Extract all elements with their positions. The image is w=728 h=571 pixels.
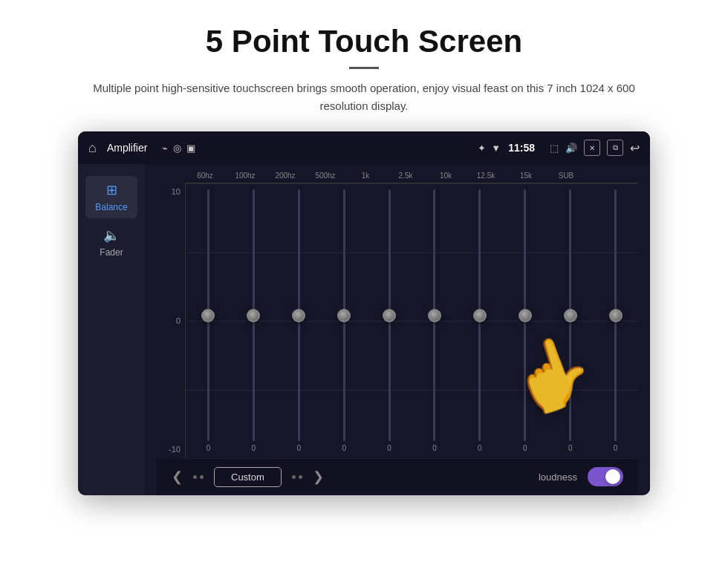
image-icon: ▣ bbox=[186, 143, 195, 154]
status-right-icons: ⬚ 🔊 ✕ ⧉ ↩ bbox=[550, 140, 640, 156]
freq-2-5k: 2.5k bbox=[386, 172, 426, 180]
dot-4 bbox=[299, 475, 302, 479]
dot-2 bbox=[200, 475, 204, 479]
status-icons-center: ✦ ▼ bbox=[478, 143, 501, 154]
main-area: ⊞ Balance 🔈 Fader 60hz 100hz 200hz 500hz… bbox=[78, 164, 650, 495]
knob-1k[interactable] bbox=[383, 309, 396, 322]
slider-200hz[interactable]: 0 bbox=[276, 183, 322, 458]
balance-icon: ⊞ bbox=[106, 182, 117, 198]
val-1k: 0 bbox=[387, 444, 391, 452]
loudness-label: loudness bbox=[539, 472, 577, 483]
title-divider bbox=[349, 67, 379, 69]
knob-60hz[interactable] bbox=[201, 309, 215, 322]
wifi-icon: ▼ bbox=[491, 143, 501, 154]
slider-100hz[interactable]: 0 bbox=[231, 183, 276, 458]
scale-neg10: -10 bbox=[169, 445, 185, 454]
val-10k: 0 bbox=[478, 444, 482, 452]
knob-200hz[interactable] bbox=[292, 309, 305, 322]
freq-1k: 1k bbox=[345, 172, 386, 180]
slider-60hz[interactable]: 0 bbox=[186, 183, 231, 458]
scale-0: 0 bbox=[176, 316, 185, 325]
slider-12-5k[interactable]: 0 bbox=[502, 183, 547, 458]
val-15k: 0 bbox=[568, 444, 573, 452]
freq-500hz: 500hz bbox=[305, 172, 345, 180]
val-100hz: 0 bbox=[252, 444, 256, 452]
next-arrow[interactable]: ❯ bbox=[313, 469, 324, 485]
eq-bottom-bar: ❮ Custom ❯ loudness bbox=[157, 458, 638, 495]
usb-icon: ⌁ bbox=[162, 143, 168, 154]
close-icon[interactable]: ✕ bbox=[584, 140, 600, 156]
subtitle: Multiple point high-sensitive touchscree… bbox=[74, 79, 654, 115]
dots-right bbox=[292, 475, 302, 479]
val-200hz: 0 bbox=[296, 444, 301, 452]
val-500hz: 0 bbox=[342, 444, 346, 452]
dot-3 bbox=[292, 475, 296, 479]
slider-1k[interactable]: 0 bbox=[367, 183, 412, 458]
freq-15k: 15k bbox=[506, 172, 546, 180]
slider-15k[interactable]: 0 bbox=[547, 183, 593, 458]
freq-12-5k: 12.5k bbox=[466, 172, 506, 180]
val-sub: 0 bbox=[614, 444, 618, 452]
val-60hz: 0 bbox=[207, 444, 211, 452]
loudness-toggle[interactable] bbox=[588, 467, 623, 486]
status-time: 11:58 bbox=[508, 142, 535, 154]
slider-500hz[interactable]: 0 bbox=[322, 183, 367, 458]
volume-icon[interactable]: 🔊 bbox=[565, 143, 577, 154]
slider-sub[interactable]: 0 bbox=[593, 183, 638, 458]
camera-icon[interactable]: ⬚ bbox=[550, 143, 559, 154]
val-12-5k: 0 bbox=[523, 444, 527, 452]
location-icon: ◎ bbox=[173, 143, 181, 154]
app-title: Amplifier bbox=[107, 142, 147, 154]
knob-100hz[interactable] bbox=[247, 309, 260, 322]
toggle-knob bbox=[605, 469, 620, 484]
knob-15k[interactable] bbox=[564, 309, 577, 322]
freq-sub: SUB bbox=[546, 172, 586, 180]
status-icons-left: ⌁ ◎ ▣ bbox=[162, 143, 195, 154]
speaker-icon: 🔈 bbox=[103, 227, 120, 244]
dot-1 bbox=[193, 475, 197, 479]
dots-left bbox=[193, 475, 204, 479]
status-bar: ⌂ Amplifier ⌁ ◎ ▣ ✦ ▼ 11:58 ⬚ 🔊 ✕ ⧉ ↩ bbox=[78, 131, 650, 164]
knob-12-5k[interactable] bbox=[519, 309, 532, 322]
eq-scale: 10 0 -10 bbox=[157, 183, 185, 458]
knob-10k[interactable] bbox=[473, 309, 487, 322]
freq-10k: 10k bbox=[426, 172, 466, 180]
sidebar-fader[interactable]: 🔈 Fader bbox=[85, 221, 137, 264]
sidebar: ⊞ Balance 🔈 Fader bbox=[78, 164, 145, 495]
knob-2-5k[interactable] bbox=[428, 309, 441, 322]
back-icon[interactable]: ↩ bbox=[630, 141, 640, 155]
knob-sub[interactable] bbox=[609, 309, 623, 322]
freq-100hz: 100hz bbox=[225, 172, 265, 180]
eq-body: 10 0 -10 bbox=[157, 183, 638, 458]
eq-area: 60hz 100hz 200hz 500hz 1k 2.5k 10k 12.5k… bbox=[145, 164, 650, 495]
knob-500hz[interactable] bbox=[337, 309, 351, 322]
fader-label: Fader bbox=[100, 247, 123, 258]
slider-10k[interactable]: 0 bbox=[457, 183, 502, 458]
page-title: 5 Point Touch Screen bbox=[206, 24, 522, 59]
eq-sliders: 0 0 0 bbox=[185, 183, 638, 458]
slider-2-5k[interactable]: 0 bbox=[412, 183, 458, 458]
prev-arrow[interactable]: ❮ bbox=[172, 469, 183, 485]
freq-200hz: 200hz bbox=[265, 172, 305, 180]
freq-labels: 60hz 100hz 200hz 500hz 1k 2.5k 10k 12.5k… bbox=[185, 172, 638, 180]
window-icon[interactable]: ⧉ bbox=[607, 140, 623, 156]
bluetooth-icon: ✦ bbox=[478, 143, 486, 154]
home-icon[interactable]: ⌂ bbox=[88, 140, 97, 156]
scale-10: 10 bbox=[172, 187, 185, 196]
custom-button[interactable]: Custom bbox=[214, 467, 282, 487]
balance-label: Balance bbox=[95, 202, 127, 212]
val-2-5k: 0 bbox=[432, 444, 437, 452]
device-frame: ⌂ Amplifier ⌁ ◎ ▣ ✦ ▼ 11:58 ⬚ 🔊 ✕ ⧉ ↩ ⊞ … bbox=[78, 131, 650, 495]
freq-60hz: 60hz bbox=[185, 172, 225, 180]
sidebar-balance[interactable]: ⊞ Balance bbox=[85, 176, 137, 218]
